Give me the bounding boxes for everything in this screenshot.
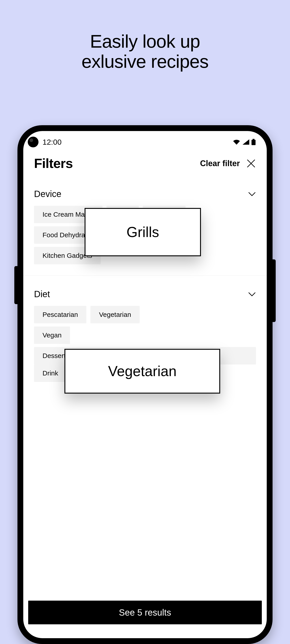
chevron-down-icon — [248, 292, 256, 297]
chip-diet-pescatarian[interactable]: Pescatarian — [34, 306, 86, 323]
svg-rect-1 — [251, 140, 255, 145]
phone-frame: 12:00 Filters Clear — [18, 125, 272, 644]
phone-side-button-right — [272, 260, 276, 322]
status-bar: 12:00 — [23, 131, 267, 149]
headline-line1: Easily look up — [0, 31, 290, 52]
see-results-button[interactable]: See 5 results — [28, 600, 262, 624]
status-icons — [233, 139, 255, 145]
chip-diet-vegan[interactable]: Vegan — [34, 326, 70, 344]
svg-rect-0 — [253, 139, 254, 140]
marketing-headline: Easily look up exlusive recipes — [0, 0, 290, 72]
cellular-icon — [242, 139, 249, 145]
phone-side-button-left — [14, 266, 18, 304]
callout-grills: Grills — [85, 208, 201, 256]
chip-diet-vegetarian[interactable]: Vegetarian — [90, 306, 139, 323]
callout-vegetarian: Vegetarian — [65, 349, 220, 394]
wifi-icon — [233, 139, 240, 145]
page-title: Filters — [34, 156, 73, 171]
section-diet-header[interactable]: Diet — [34, 289, 256, 299]
status-time: 12:00 — [43, 138, 62, 146]
battery-icon — [251, 139, 255, 145]
clear-filter-button[interactable]: Clear filter — [200, 159, 240, 168]
app-header: Filters Clear filter — [23, 149, 267, 176]
close-icon[interactable] — [247, 159, 255, 168]
section-device-header[interactable]: Device — [34, 189, 256, 199]
section-device-title: Device — [34, 189, 61, 199]
phone-mockup: 12:00 Filters Clear — [18, 125, 272, 644]
section-diet-title: Diet — [34, 289, 50, 299]
camera-hole — [28, 137, 39, 147]
headline-line2: exlusive recipes — [0, 52, 290, 72]
chip-diet-drink[interactable]: Drink — [34, 364, 67, 382]
chevron-down-icon — [248, 192, 256, 196]
